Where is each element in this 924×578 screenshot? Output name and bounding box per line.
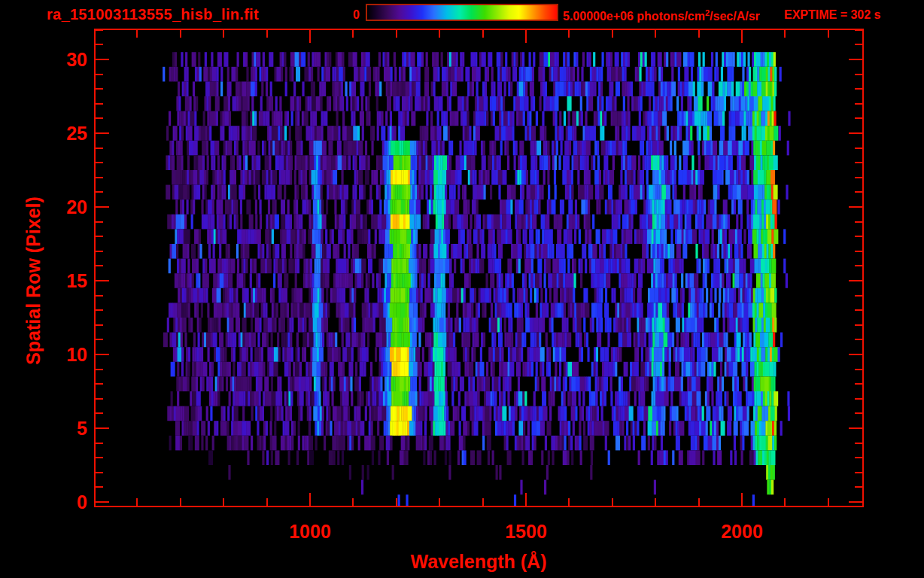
y-axis-tick [855, 309, 862, 311]
y-axis-tick [855, 324, 862, 326]
y-axis-tick [96, 369, 103, 370]
x-axis-tick [439, 30, 440, 38]
y-axis-tick [96, 236, 103, 237]
y-axis-tick [855, 295, 862, 297]
colorbar-min-label: 0 [331, 8, 360, 22]
y-tick-label: 25 [35, 123, 87, 144]
y-axis-tick [96, 427, 109, 429]
y-axis-tick [96, 132, 109, 134]
y-axis-tick [96, 88, 103, 90]
y-axis-tick [849, 354, 862, 355]
x-axis-tick [525, 493, 527, 506]
y-axis-tick [96, 265, 103, 266]
y-axis-tick [855, 443, 862, 444]
y-axis-tick [96, 383, 103, 385]
y-axis-tick [855, 74, 862, 75]
y-axis-tick [96, 29, 103, 31]
x-axis-tick [352, 30, 354, 38]
y-tick-label: 15 [35, 270, 87, 292]
x-tick-label: 2000 [697, 521, 787, 543]
y-axis-tick [855, 103, 862, 105]
x-axis-tick [180, 498, 181, 506]
y-axis-tick [855, 486, 862, 488]
y-axis-tick [849, 59, 862, 60]
x-axis-tick [136, 30, 138, 38]
y-axis-tick [96, 324, 103, 326]
y-axis-tick [855, 251, 862, 252]
x-axis-tick [828, 30, 829, 38]
y-axis-tick [96, 339, 103, 340]
y-tick-label: 30 [35, 49, 87, 71]
y-tick-label: 20 [35, 196, 87, 218]
x-axis-tick [741, 30, 743, 43]
y-axis-tick [855, 162, 862, 163]
y-axis-tick [855, 236, 862, 237]
x-axis-tick [568, 30, 570, 38]
y-axis-tick [96, 251, 103, 252]
colorbar-max-label: 5.00000e+06 photons/cm2/sec/A/sr [563, 8, 760, 23]
x-axis-tick [223, 498, 224, 506]
x-axis-tick [828, 498, 829, 506]
x-axis-title: Wavelength (Å) [358, 551, 599, 573]
y-axis-tick [855, 265, 862, 266]
y-axis-tick [855, 398, 862, 400]
y-axis-tick [96, 501, 109, 503]
y-axis-tick [96, 177, 103, 178]
x-axis-tick [568, 498, 570, 506]
y-axis-tick [96, 309, 103, 311]
x-axis-tick [698, 30, 700, 38]
y-axis-tick [855, 339, 862, 340]
y-axis-tick [849, 280, 862, 281]
y-axis-tick [96, 162, 103, 163]
colorbar [366, 4, 558, 21]
y-axis-tick [96, 103, 103, 105]
x-axis-tick [784, 30, 786, 38]
y-axis-tick [855, 148, 862, 149]
x-axis-tick [612, 30, 613, 38]
x-axis-tick [482, 30, 484, 38]
y-axis-tick [96, 221, 103, 223]
y-axis-tick [96, 280, 109, 281]
x-axis-tick [136, 498, 138, 506]
x-axis-tick [439, 498, 440, 506]
y-axis-tick [855, 191, 862, 193]
y-axis-tick [855, 369, 862, 370]
y-axis-tick [96, 148, 103, 149]
x-tick-label: 1000 [265, 521, 355, 543]
x-axis-tick [655, 498, 656, 506]
colorbar-max-label-prefix: 5.00000e+06 photons/cm [563, 10, 705, 23]
y-axis-tick [855, 472, 862, 473]
y-axis-tick [849, 427, 862, 429]
x-axis-tick [784, 498, 786, 506]
y-axis-tick [96, 191, 103, 193]
y-axis-tick [855, 117, 862, 119]
y-axis-tick [855, 88, 862, 90]
y-axis-tick [96, 206, 109, 208]
x-axis-tick [655, 30, 656, 38]
x-axis-tick [482, 498, 484, 506]
y-axis-tick [96, 117, 103, 119]
x-axis-tick [352, 498, 354, 506]
x-axis-tick [698, 498, 700, 506]
colorbar-gradient [367, 5, 557, 20]
y-tick-label: 5 [35, 418, 87, 440]
x-axis-tick [396, 498, 397, 506]
y-axis-tick [855, 44, 862, 45]
y-axis-tick [855, 412, 862, 414]
x-axis-tick [612, 498, 613, 506]
y-axis-tick [96, 295, 103, 297]
x-axis-tick [266, 30, 268, 38]
y-axis-tick [855, 383, 862, 385]
y-axis-tick [855, 457, 862, 458]
x-axis-tick [223, 30, 224, 38]
y-axis-tick [96, 59, 109, 60]
y-axis-tick [96, 412, 103, 414]
x-axis-tick [266, 498, 268, 506]
y-axis-tick [96, 354, 109, 355]
x-axis-tick [396, 30, 397, 38]
y-axis-tick [849, 206, 862, 208]
x-axis-tick [741, 493, 743, 506]
fits-file-title: ra_151003113555_hisb_lin.fit [47, 6, 259, 23]
y-axis-tick [96, 472, 103, 473]
y-axis-tick [96, 44, 103, 45]
